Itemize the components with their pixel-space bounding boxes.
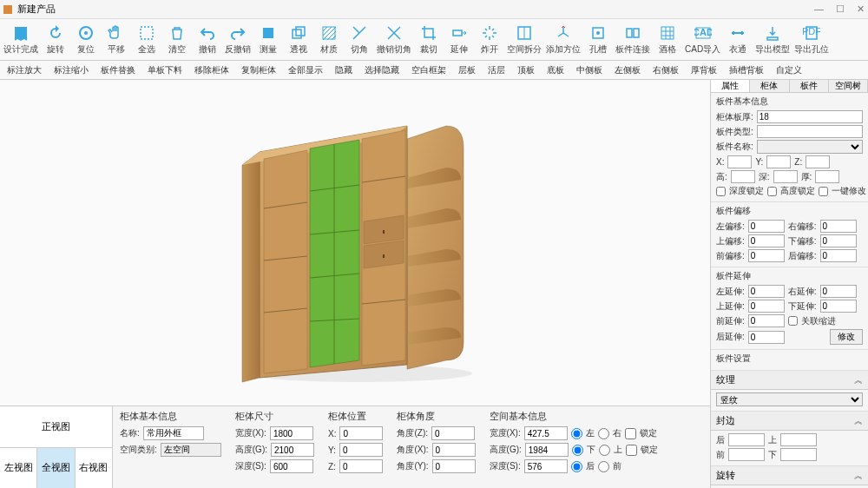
tb-cad[interactable]: CADCAD导入	[683, 21, 722, 59]
tb2-item[interactable]: 自定义	[771, 63, 807, 78]
off-u-input[interactable]	[748, 234, 785, 247]
rp-tab-3[interactable]: 空间树	[829, 80, 868, 92]
height-lock-check[interactable]	[767, 187, 777, 196]
extend-modify-button[interactable]: 修改	[830, 329, 863, 345]
texture-select[interactable]: 竖纹	[716, 392, 863, 406]
depth-input[interactable]	[270, 459, 313, 473]
panel-z-input[interactable]	[806, 155, 830, 168]
close-button[interactable]: ✕	[857, 3, 865, 15]
tb-persp[interactable]: 透视	[284, 21, 313, 59]
minimize-button[interactable]: —	[814, 3, 824, 15]
3d-canvas[interactable]	[0, 80, 710, 406]
maximize-button[interactable]: ☐	[836, 3, 845, 15]
panel-thick-input[interactable]	[757, 110, 863, 123]
panel-x-input[interactable]	[727, 155, 752, 168]
angle-y-input[interactable]	[432, 459, 476, 473]
off-b-input[interactable]	[820, 249, 857, 262]
pos-y-input[interactable]	[339, 443, 383, 457]
edge-b-input[interactable]	[728, 433, 765, 446]
tb-home[interactable]: 复位	[71, 21, 101, 59]
tb2-item[interactable]: 单板下料	[142, 63, 187, 78]
tb-split[interactable]: 空间拆分	[505, 21, 543, 59]
depth-lock-check[interactable]	[716, 187, 726, 196]
tb2-item[interactable]: 板件替换	[95, 63, 141, 78]
panel-y-input[interactable]	[766, 155, 791, 168]
tb-link[interactable]: 板件连接	[614, 21, 652, 59]
tb-axis[interactable]: 添加方位	[544, 21, 582, 59]
rotate-header[interactable]: 旋转︽	[711, 466, 868, 485]
off-l-input[interactable]	[748, 220, 785, 233]
ext-r-input[interactable]	[820, 285, 857, 298]
panel-d-input[interactable]	[773, 170, 798, 183]
rp-tab-0[interactable]: 属性	[711, 80, 750, 92]
ext-b-input[interactable]	[748, 331, 785, 344]
pos-x-input[interactable]	[339, 426, 383, 440]
tb2-item[interactable]: 层板	[453, 63, 481, 78]
tb-pdf[interactable]: PDF导出孔位	[792, 21, 831, 59]
edge-header[interactable]: 封边︽	[711, 412, 868, 431]
ext-f-input[interactable]	[748, 314, 785, 327]
tb2-item[interactable]: 左侧板	[609, 63, 646, 78]
tb-undo[interactable]: 撤销	[193, 21, 222, 59]
tb-rod[interactable]: 衣通	[723, 21, 753, 59]
batch-mod-check[interactable]	[819, 187, 828, 196]
height-input[interactable]	[271, 443, 314, 457]
pos-z-input[interactable]	[339, 459, 383, 473]
space-lock1-check[interactable]	[625, 428, 636, 439]
angle-x-input[interactable]	[432, 443, 476, 457]
view-2[interactable]: 右视图	[76, 448, 112, 489]
ext-chk[interactable]	[788, 316, 798, 326]
panel-h-input[interactable]	[731, 170, 755, 183]
space-d-input[interactable]	[524, 459, 568, 473]
tb2-item[interactable]: 复制柜体	[236, 63, 281, 78]
tb-hand[interactable]: 平移	[102, 21, 131, 59]
tb-selall[interactable]: 全选	[132, 21, 161, 59]
tb2-item[interactable]: 标注缩小	[49, 63, 94, 78]
off-f-input[interactable]	[748, 249, 785, 262]
space-type-input[interactable]	[161, 443, 221, 457]
tb-crop[interactable]: 裁切	[414, 21, 444, 59]
space-front-radio[interactable]	[598, 461, 609, 472]
view-front[interactable]: 正视图	[0, 406, 112, 448]
tb2-item[interactable]: 全部显示	[283, 63, 328, 78]
panel-name-select[interactable]	[757, 140, 863, 154]
tb2-item[interactable]: 移除柜体	[189, 63, 234, 78]
width-input[interactable]	[270, 426, 313, 440]
tb2-item[interactable]: 活层	[483, 63, 510, 78]
angle-z-input[interactable]	[431, 426, 475, 440]
space-up-radio[interactable]	[599, 445, 610, 456]
ext-u-input[interactable]	[748, 300, 785, 313]
space-right-radio[interactable]	[598, 428, 609, 439]
tb-explode[interactable]: 炸开	[475, 21, 504, 59]
off-r-input[interactable]	[820, 220, 857, 233]
panel-t-input[interactable]	[815, 170, 839, 183]
tb2-item[interactable]: 顶板	[512, 63, 540, 78]
tb-hole[interactable]: 孔槽	[583, 21, 613, 59]
off-d-input[interactable]	[820, 234, 857, 247]
ext-l-input[interactable]	[748, 285, 785, 298]
tb-redo[interactable]: 反撤销	[223, 21, 253, 59]
space-w-input[interactable]	[524, 426, 568, 440]
edge-f-input[interactable]	[728, 448, 765, 461]
tb-cut[interactable]: 切角	[345, 21, 374, 59]
ext-d-input[interactable]	[820, 300, 857, 313]
tb2-item[interactable]: 选择隐藏	[359, 63, 404, 78]
tb2-item[interactable]: 右侧板	[648, 63, 684, 78]
tb-cut2[interactable]: 撤销切角	[375, 21, 413, 59]
space-back-radio[interactable]	[571, 461, 582, 472]
tb2-item[interactable]: 厚背板	[686, 63, 722, 78]
rp-tab-1[interactable]: 柜体	[750, 80, 789, 92]
view-1[interactable]: 全视图	[37, 448, 75, 489]
tb2-item[interactable]: 标注放大	[2, 63, 47, 78]
space-h-input[interactable]	[525, 443, 569, 457]
tb2-item[interactable]: 插槽背板	[724, 63, 769, 78]
space-left-radio[interactable]	[571, 428, 582, 439]
tb2-item[interactable]: 隐藏	[330, 63, 358, 78]
edge-d-input[interactable]	[780, 448, 817, 461]
rp-tab-2[interactable]: 板件	[790, 80, 829, 92]
cabinet-name-input[interactable]	[143, 426, 204, 440]
space-lock2-check[interactable]	[626, 445, 637, 456]
tb-rotate[interactable]: 旋转	[41, 21, 70, 59]
space-down-radio[interactable]	[572, 445, 583, 456]
tb-grid[interactable]: 酒格	[653, 21, 682, 59]
